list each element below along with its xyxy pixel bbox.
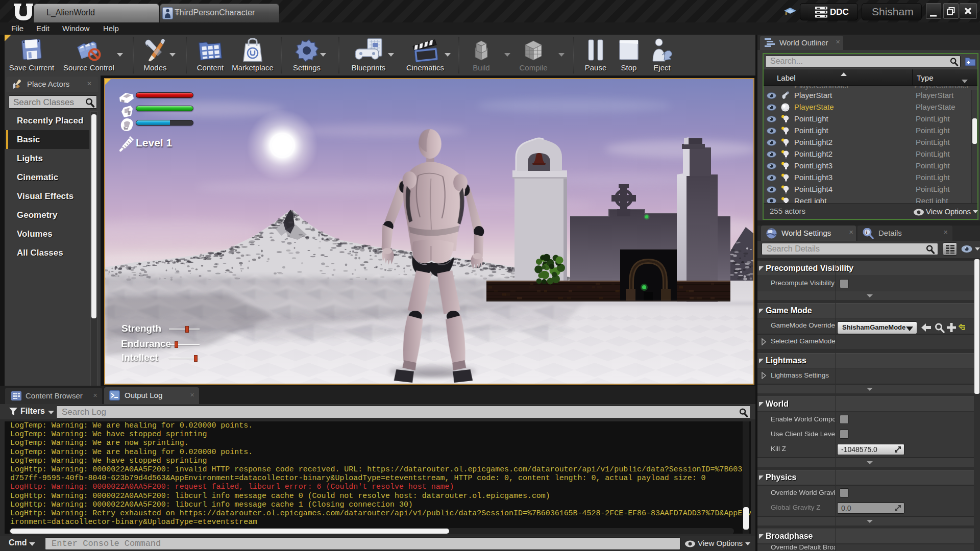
svg-text:i: i bbox=[866, 230, 868, 235]
